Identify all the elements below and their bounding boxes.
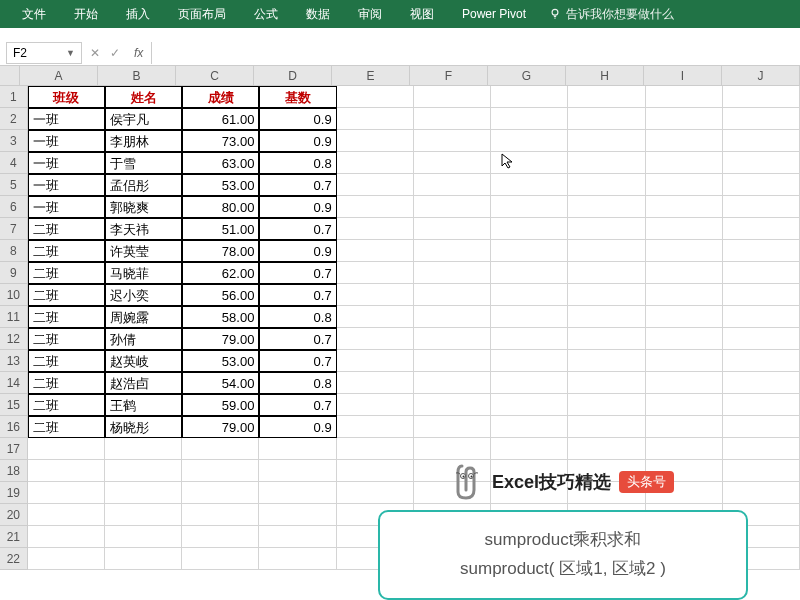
cell[interactable] [414,328,491,350]
row-header[interactable]: 4 [0,152,28,174]
cell[interactable] [259,504,336,526]
ribbon-tab-8[interactable]: Power Pivot [448,0,540,28]
cell-name[interactable]: 侯宇凡 [105,108,182,130]
cell-base[interactable]: 0.8 [259,306,336,328]
ribbon-tab-2[interactable]: 插入 [112,0,164,28]
cell[interactable] [182,482,259,504]
cell-class[interactable]: 二班 [28,328,105,350]
cell[interactable] [182,504,259,526]
cell-score[interactable]: 53.00 [182,350,259,372]
cell[interactable] [723,350,800,372]
cell-name[interactable]: 王鹤 [105,394,182,416]
cell[interactable] [646,284,723,306]
row-header[interactable]: 9 [0,262,28,284]
cell[interactable] [105,526,182,548]
cell[interactable] [646,394,723,416]
cell[interactable] [568,350,645,372]
cell[interactable] [105,438,182,460]
cell-score[interactable]: 58.00 [182,306,259,328]
cell-base[interactable]: 0.7 [259,262,336,284]
row-header[interactable]: 7 [0,218,28,240]
cell-base[interactable]: 0.8 [259,372,336,394]
cell[interactable] [337,438,414,460]
cell[interactable] [568,438,645,460]
tell-me-search[interactable]: 告诉我你想要做什么 [548,6,674,23]
cell[interactable] [414,130,491,152]
cell[interactable] [28,438,105,460]
row-header[interactable]: 11 [0,306,28,328]
col-header-H[interactable]: H [566,66,644,85]
cell[interactable] [414,416,491,438]
cell[interactable] [646,372,723,394]
col-header-A[interactable]: A [20,66,98,85]
cell-class[interactable]: 二班 [28,372,105,394]
row-header[interactable]: 18 [0,460,28,482]
cell[interactable] [337,240,414,262]
cell-score[interactable]: 73.00 [182,130,259,152]
cell-score[interactable]: 56.00 [182,284,259,306]
header-score[interactable]: 成绩 [182,86,259,108]
cell-class[interactable]: 一班 [28,174,105,196]
col-header-B[interactable]: B [98,66,176,85]
row-header[interactable]: 5 [0,174,28,196]
check-icon[interactable]: ✓ [110,46,120,60]
cell-class[interactable]: 一班 [28,130,105,152]
cell-base[interactable]: 0.9 [259,130,336,152]
cell-score[interactable]: 62.00 [182,262,259,284]
cell-name[interactable]: 周婉露 [105,306,182,328]
cell-base[interactable]: 0.9 [259,416,336,438]
cell[interactable] [491,218,568,240]
cell[interactable] [568,306,645,328]
cell-score[interactable]: 80.00 [182,196,259,218]
col-header-G[interactable]: G [488,66,566,85]
cell[interactable] [337,306,414,328]
cell-name[interactable]: 马晓菲 [105,262,182,284]
cell[interactable] [646,108,723,130]
cell-name[interactable]: 于雪 [105,152,182,174]
cell-base[interactable]: 0.7 [259,218,336,240]
cell[interactable] [182,548,259,570]
cell[interactable] [646,350,723,372]
cell[interactable] [723,372,800,394]
cell[interactable] [337,196,414,218]
cell[interactable] [568,372,645,394]
cell-base[interactable]: 0.7 [259,394,336,416]
row-header[interactable]: 17 [0,438,28,460]
cell[interactable] [568,108,645,130]
row-header[interactable]: 1 [0,86,28,108]
chevron-down-icon[interactable]: ▼ [66,48,75,58]
cell[interactable] [491,394,568,416]
cell[interactable] [491,416,568,438]
cell-name[interactable]: 李天祎 [105,218,182,240]
cell[interactable] [723,174,800,196]
fx-button[interactable]: fx [134,46,143,60]
cell[interactable] [568,174,645,196]
cell[interactable] [568,130,645,152]
formula-input[interactable] [151,42,800,64]
cell[interactable] [646,196,723,218]
cell[interactable] [337,174,414,196]
cell[interactable] [646,262,723,284]
cell-score[interactable]: 59.00 [182,394,259,416]
cell[interactable] [646,130,723,152]
cancel-icon[interactable]: ✕ [90,46,100,60]
cell[interactable] [491,130,568,152]
cell[interactable] [646,328,723,350]
cell[interactable] [723,240,800,262]
row-header[interactable]: 16 [0,416,28,438]
select-all-corner[interactable] [0,66,20,85]
cell[interactable] [491,262,568,284]
col-header-D[interactable]: D [254,66,332,85]
cell-score[interactable]: 61.00 [182,108,259,130]
row-header[interactable]: 10 [0,284,28,306]
cell-base[interactable]: 0.9 [259,240,336,262]
cell[interactable] [259,460,336,482]
cell[interactable] [414,152,491,174]
cell-class[interactable]: 二班 [28,394,105,416]
cell[interactable] [723,108,800,130]
cell-class[interactable]: 二班 [28,284,105,306]
cell-name[interactable]: 孙倩 [105,328,182,350]
cell[interactable] [568,152,645,174]
cell[interactable] [182,438,259,460]
cell-score[interactable]: 51.00 [182,218,259,240]
